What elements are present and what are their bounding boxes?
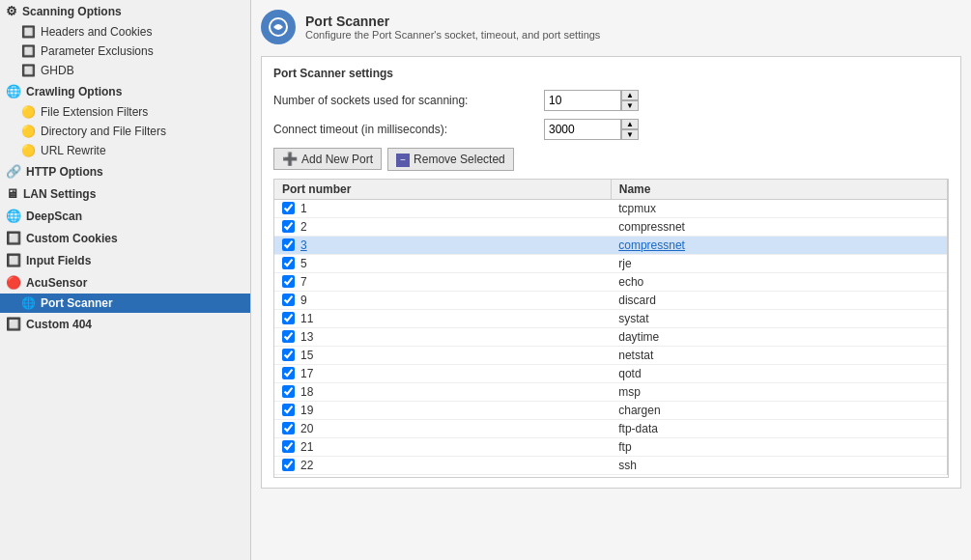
port-number-link[interactable]: 3 [300,238,307,252]
sidebar-item-label: GHDB [41,64,74,77]
port-checkbox[interactable] [282,312,295,324]
sidebar-section-lan-label: LAN Settings [23,187,96,201]
name-cell: systat [611,309,947,327]
name-cell: discard [611,291,947,309]
sidebar-section-http-options[interactable]: 🔗 HTTP Options [0,160,250,182]
num-sockets-input[interactable]: 10 [544,90,621,111]
num-sockets-spinners: ▲ ▼ [621,90,639,111]
port-cell: 3 [274,236,611,254]
table-row[interactable]: 15netstat [274,346,948,364]
name-cell: ssh [611,456,947,474]
sidebar-section-deepscan[interactable]: 🌐 DeepScan [0,205,250,227]
scanning-options-icon: ⚙ [6,4,17,18]
main-content: Port Scanner Configure the Port Scanner'… [251,0,971,560]
table-row[interactable]: 1tcpmux [274,199,948,217]
port-checkbox[interactable] [282,459,295,471]
name-cell: compressnet [611,236,947,254]
url-rewrite-icon: 🟡 [21,144,36,157]
name-cell: echo [611,272,947,291]
port-checkbox[interactable] [282,440,295,453]
table-row[interactable]: 7echo [274,272,948,291]
remove-selected-button[interactable]: − Remove Selected [387,148,514,171]
connect-timeout-down[interactable]: ▼ [621,129,639,140]
port-checkbox[interactable] [282,330,295,343]
settings-box: Port Scanner settings Number of sockets … [261,56,961,489]
port-number: 11 [300,312,313,325]
sidebar: ⚙ Scanning Options 🔲 Headers and Cookies… [0,0,251,560]
add-new-port-button[interactable]: ➕ Add New Port [273,148,382,170]
table-header-row: Port number Name [274,180,948,200]
name-link[interactable]: compressnet [618,238,685,252]
sidebar-item-headers-cookies[interactable]: 🔲 Headers and Cookies [0,22,250,42]
port-scanner-header-icon [261,10,296,44]
port-checkbox[interactable] [282,349,295,361]
input-fields-icon: 🔲 [6,253,21,267]
sidebar-item-label: URL Rewrite [41,144,106,157]
name-cell: netstat [611,346,947,364]
table-row[interactable]: 22ssh [274,456,948,474]
port-checkbox[interactable] [282,220,295,233]
port-checkbox[interactable] [282,367,295,379]
port-checkbox[interactable] [282,404,295,416]
sidebar-item-directory-file-filters[interactable]: 🟡 Directory and File Filters [0,122,250,141]
name-cell: rje [611,254,947,272]
table-row[interactable]: 3compressnet [274,236,948,254]
port-table: Port number Name 1tcpmux2compressnet3com… [274,180,948,475]
sidebar-section-port-scanner[interactable]: 🌐 Port Scanner [0,294,250,313]
table-row[interactable]: 20ftp-data [274,419,948,437]
port-cell: 20 [274,419,611,437]
connect-timeout-up[interactable]: ▲ [621,119,639,129]
sidebar-section-scanning-options[interactable]: ⚙ Scanning Options [0,0,250,22]
sidebar-item-label: File Extension Filters [41,105,148,119]
port-checkbox[interactable] [282,257,295,269]
sidebar-item-url-rewrite[interactable]: 🟡 URL Rewrite [0,141,250,160]
port-checkbox[interactable] [282,385,295,398]
num-sockets-up[interactable]: ▲ [621,90,639,100]
num-sockets-row: Number of sockets used for scanning: 10 … [273,90,949,111]
port-checkbox[interactable] [282,422,295,434]
table-row[interactable]: 2compressnet [274,217,948,236]
sidebar-section-input-fields-label: Input Fields [26,254,91,267]
page-header-text: Port Scanner Configure the Port Scanner'… [305,14,600,41]
sidebar-section-crawling-options[interactable]: 🌐 Crawling Options [0,80,250,102]
dir-filters-icon: 🟡 [21,125,36,138]
table-row[interactable]: 13daytime [274,327,948,346]
port-checkbox[interactable] [282,275,295,288]
table-row[interactable]: 5rje [274,254,948,272]
port-cell: 19 [274,401,611,419]
page-header: Port Scanner Configure the Port Scanner'… [261,10,961,44]
table-row[interactable]: 21ftp [274,437,948,456]
port-checkbox[interactable] [282,202,295,214]
sidebar-section-crawling-label: Crawling Options [26,85,122,98]
name-cell: tcpmux [611,199,947,217]
port-table-container[interactable]: Port number Name 1tcpmux2compressnet3com… [273,179,949,478]
sidebar-item-ghdb[interactable]: 🔲 GHDB [0,61,250,80]
port-checkbox[interactable] [282,294,295,306]
sidebar-section-custom-cookies[interactable]: 🔲 Custom Cookies [0,227,250,249]
table-row[interactable]: 17qotd [274,364,948,382]
sidebar-item-label: Headers and Cookies [41,25,152,39]
table-row[interactable]: 9discard [274,291,948,309]
num-sockets-down[interactable]: ▼ [621,100,639,111]
sidebar-section-input-fields[interactable]: 🔲 Input Fields [0,249,250,271]
port-number: 2 [300,220,307,234]
sidebar-section-port-scanner-label: Port Scanner [41,296,113,310]
sidebar-item-file-extension-filters[interactable]: 🟡 File Extension Filters [0,102,250,122]
table-row[interactable]: 19chargen [274,401,948,419]
sidebar-section-acusensor[interactable]: 🔴 AcuSensor [0,271,250,294]
sidebar-section-lan-settings[interactable]: 🖥 LAN Settings [0,182,250,205]
sidebar-item-parameter-exclusions[interactable]: 🔲 Parameter Exclusions [0,42,250,61]
sidebar-section-acusensor-label: AcuSensor [26,276,87,290]
lan-settings-icon: 🖥 [6,186,18,201]
port-cell: 9 [274,291,611,309]
table-row[interactable]: 11systat [274,309,948,327]
name-cell: qotd [611,364,947,382]
port-checkbox[interactable] [282,238,295,251]
port-cell: 5 [274,254,611,272]
port-cell: 1 [274,199,611,217]
table-row[interactable]: 18msp [274,382,948,401]
connect-timeout-input[interactable]: 3000 [544,119,621,140]
sidebar-section-custom-404[interactable]: 🔲 Custom 404 [0,313,250,335]
sidebar-section-custom-cookies-label: Custom Cookies [26,232,118,245]
port-number: 22 [300,459,313,472]
